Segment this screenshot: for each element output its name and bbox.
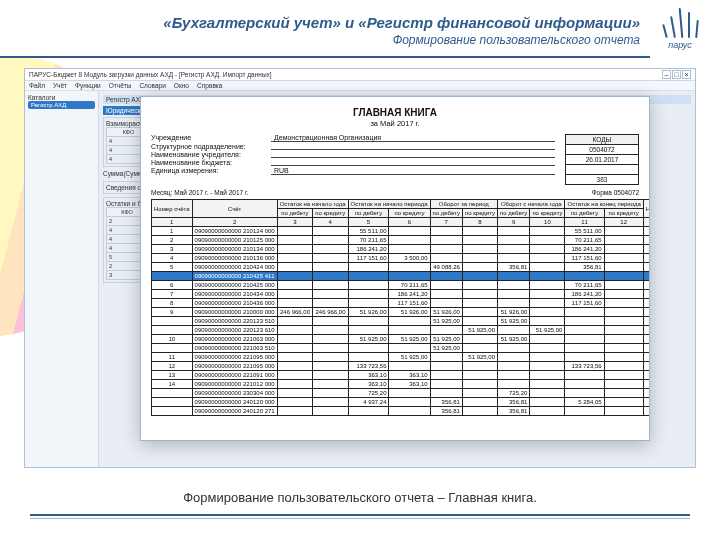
header-title: «Бухгалтерский учет» и «Регистр финансов…: [0, 14, 640, 31]
report-form-line: Месяц: Май 2017 г. - Май 2017 г. Форма 0…: [151, 189, 639, 196]
report-title: ГЛАВНАЯ КНИГА: [151, 107, 639, 118]
close-icon: ×: [682, 70, 691, 79]
logo-text: парус: [650, 40, 710, 50]
bg-sidebar[interactable]: Каталоги Регистр АХД: [25, 91, 99, 467]
bg-window-title: ПАРУС-Бюджет 8 Модуль загрузки данных АХ…: [29, 71, 272, 78]
report-dialog[interactable]: ГЛАВНАЯ КНИГА за Май 2017 г. УчреждениеД…: [140, 96, 650, 441]
menu-item[interactable]: Отчёты: [109, 82, 132, 89]
bottom-thin-rule: [30, 518, 690, 519]
catalog-selected[interactable]: Регистр АХД: [28, 101, 95, 109]
logo: парус: [650, 6, 710, 50]
maximize-icon: □: [672, 70, 681, 79]
header-subtitle: Формирование пользовательского отчета: [0, 33, 640, 47]
bottom-rule: [30, 514, 690, 516]
header-rule: [0, 56, 650, 58]
ledger-table[interactable]: Номер счётаСчётОстаток на начало годаОст…: [151, 199, 650, 416]
slide-caption: Формирование пользовательского отчета – …: [0, 490, 720, 505]
minimize-icon: –: [662, 70, 671, 79]
bg-menubar[interactable]: ФайлУчётФункцииОтчётыСловариОкноСправка: [25, 81, 695, 91]
menu-item[interactable]: Файл: [29, 82, 45, 89]
menu-item[interactable]: Окно: [174, 82, 189, 89]
bg-titlebar: ПАРУС-Бюджет 8 Модуль загрузки данных АХ…: [25, 69, 695, 81]
window-buttons[interactable]: –□×: [661, 70, 691, 79]
menu-item[interactable]: Словари: [139, 82, 165, 89]
report-kody: КОДЫ 0504072 26.01.2017 383: [565, 134, 639, 185]
report-period: за Май 2017 г.: [151, 119, 639, 128]
menu-item[interactable]: Функции: [75, 82, 101, 89]
report-meta-left: УчреждениеДемонстрационная Организация С…: [151, 134, 555, 185]
menu-item[interactable]: Учёт: [53, 82, 67, 89]
catalog-label: Каталоги: [28, 94, 95, 101]
menu-item[interactable]: Справка: [197, 82, 223, 89]
logo-icon: [660, 6, 700, 38]
page-header: «Бухгалтерский учет» и «Регистр финансов…: [0, 14, 720, 47]
